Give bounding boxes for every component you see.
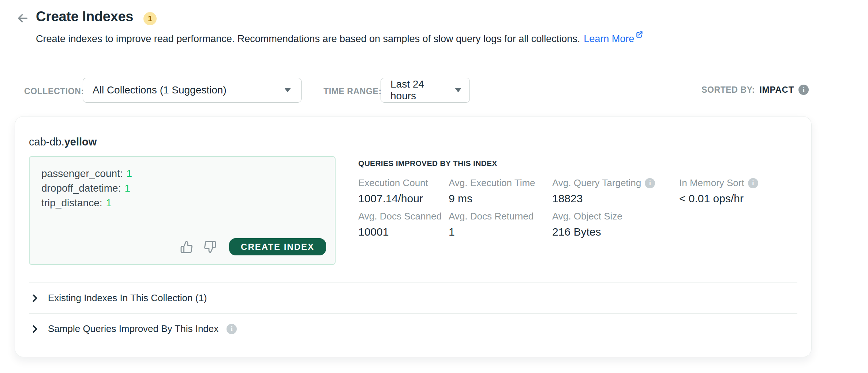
info-icon[interactable]: i	[645, 178, 655, 188]
suggestion-actions: CREATE INDEX	[179, 238, 326, 255]
metric-label: In Memory Sort	[679, 177, 744, 189]
external-link-icon	[634, 33, 643, 44]
time-range-filter-label: TIME RANGE:	[323, 86, 382, 96]
metric-label: Execution Count	[358, 177, 428, 189]
collection-name: yellow	[64, 136, 97, 148]
metric-in-memory-sort: In Memory Sort i < 0.01 ops/hr	[679, 177, 797, 205]
metric-avg-execution-time: Avg. Execution Time 9 ms	[449, 177, 552, 205]
chevron-right-icon	[30, 293, 40, 303]
header-divider	[0, 64, 868, 64]
info-icon[interactable]: i	[798, 85, 809, 95]
learn-more-label: Learn More	[584, 33, 634, 44]
section-label: Sample Queries Improved By This Index	[48, 323, 218, 335]
metrics-heading: QUERIES IMPROVED BY THIS INDEX	[358, 159, 797, 168]
collection-dropdown-value: All Collections (1 Suggestion)	[93, 84, 227, 96]
time-range-dropdown[interactable]: Last 24 hours	[381, 78, 470, 103]
arrow-left-icon	[16, 11, 30, 25]
sorted-by-value: IMPACT	[759, 85, 794, 95]
metric-label: Avg. Query Targeting	[552, 177, 641, 189]
create-indexes-page: Create Indexes 1 Create indexes to impro…	[0, 0, 868, 373]
thumbs-up-icon	[180, 240, 193, 254]
existing-indexes-section[interactable]: Existing Indexes In This Collection (1)	[29, 282, 797, 313]
metric-label: Avg. Object Size	[552, 211, 622, 222]
metric-value: 1	[449, 226, 552, 238]
chevron-down-icon	[284, 88, 291, 92]
index-field-name: trip_distance:	[41, 197, 102, 208]
chevron-down-icon	[455, 88, 461, 92]
info-icon[interactable]: i	[748, 178, 758, 188]
metric-avg-query-targeting: Avg. Query Targeting i 18823	[552, 177, 679, 205]
thumbs-up-button[interactable]	[179, 240, 194, 254]
metric-avg-docs-scanned: Avg. Docs Scanned 10001	[358, 211, 449, 238]
metric-value: < 0.01 ops/hr	[679, 192, 797, 205]
page-subtitle: Create indexes to improve read performan…	[36, 31, 643, 45]
learn-more-link[interactable]: Learn More	[584, 33, 643, 44]
page-title: Create Indexes	[36, 9, 133, 25]
time-range-dropdown-value: Last 24 hours	[390, 78, 449, 102]
section-label: Existing Indexes In This Collection (1)	[48, 292, 207, 304]
index-field-value: 1	[106, 197, 112, 208]
chevron-right-icon	[30, 324, 40, 334]
collection-filter-label: COLLECTION:	[24, 86, 84, 96]
suggestion-count-badge: 1	[143, 12, 157, 25]
back-button[interactable]	[15, 10, 31, 26]
index-field-value: 1	[127, 168, 132, 179]
index-field-name: passenger_count:	[41, 168, 123, 179]
index-field-row: passenger_count:1	[41, 166, 335, 181]
metric-label: Avg. Docs Scanned	[358, 211, 442, 222]
metric-label: Avg. Execution Time	[449, 177, 535, 189]
info-icon[interactable]: i	[227, 324, 237, 334]
index-suggestion-card: cab-db.yellow passenger_count:1 dropoff_…	[15, 116, 812, 357]
metric-execution-count: Execution Count 1007.14/hour	[358, 177, 449, 205]
metrics-grid: Execution Count 1007.14/hour Avg. Execut…	[358, 177, 797, 238]
sample-queries-section[interactable]: Sample Queries Improved By This Index i	[29, 313, 797, 344]
card-sections: Existing Indexes In This Collection (1) …	[29, 282, 797, 344]
metric-avg-object-size: Avg. Object Size 216 Bytes	[552, 211, 679, 238]
sorted-by-label: SORTED BY:	[701, 85, 755, 95]
database-name: cab-db.	[29, 136, 64, 148]
metric-value: 18823	[552, 192, 679, 205]
metric-value: 1007.14/hour	[358, 192, 449, 205]
namespace-title: cab-db.yellow	[29, 136, 97, 148]
collection-dropdown[interactable]: All Collections (1 Suggestion)	[83, 78, 302, 103]
thumbs-down-button[interactable]	[203, 240, 217, 254]
index-field-value: 1	[124, 182, 130, 194]
index-field-row: dropoff_datetime:1	[41, 181, 335, 196]
metric-avg-docs-returned: Avg. Docs Returned 1	[449, 211, 552, 238]
metric-value: 216 Bytes	[552, 226, 679, 238]
index-field-row: trip_distance:1	[41, 196, 335, 210]
metric-value: 10001	[358, 226, 449, 238]
create-index-button[interactable]: CREATE INDEX	[229, 238, 326, 255]
index-field-name: dropoff_datetime:	[41, 182, 121, 194]
sorted-by: SORTED BY: IMPACT i	[701, 85, 809, 95]
suggested-index-definition: passenger_count:1 dropoff_datetime:1 tri…	[29, 156, 336, 265]
metric-label: Avg. Docs Returned	[449, 211, 534, 222]
metric-value: 9 ms	[449, 192, 552, 205]
thumbs-down-icon	[203, 240, 217, 254]
subtitle-text: Create indexes to improve read performan…	[36, 33, 580, 44]
queries-improved-panel: QUERIES IMPROVED BY THIS INDEX Execution…	[358, 159, 797, 238]
